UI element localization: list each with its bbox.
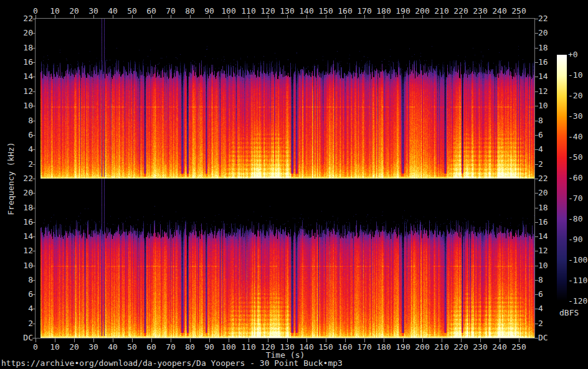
freq-tick-label-left: DC <box>23 334 33 342</box>
time-tick-label-top: 60 <box>146 7 156 15</box>
freq-tick-label-left: 12 <box>23 87 33 95</box>
freq-tick-label-right: 18 <box>538 44 548 52</box>
freq-tick-label-right: 12 <box>538 246 548 255</box>
freq-tick-label-left: 20 <box>23 189 33 197</box>
time-tick-label-bottom: 200 <box>415 343 429 351</box>
freq-tick-label-left: 2 <box>28 319 33 327</box>
colorbar-tick-label: -70 <box>568 194 582 202</box>
time-tick-label-top: 100 <box>221 7 235 15</box>
freq-tick-label-left: 18 <box>23 44 33 52</box>
time-tick-label-top: 30 <box>88 7 98 15</box>
freq-tick-label-right: 20 <box>538 189 548 197</box>
time-tick-label-bottom: 90 <box>204 343 214 351</box>
freq-tick-label-right: 16 <box>538 218 548 226</box>
time-tick-label-top: 190 <box>396 7 410 15</box>
time-tick-label-top: 180 <box>376 7 391 15</box>
spectrogram-channel-1-canvas <box>36 19 534 179</box>
freq-tick-label-left: 14 <box>23 232 33 240</box>
freq-tick-label-right: DC <box>538 334 548 342</box>
freq-tick-label-left: 14 <box>23 72 33 80</box>
time-tick-label-bottom: 0 <box>33 343 38 351</box>
freq-tick-label-right: 8 <box>538 276 543 284</box>
freq-tick-label-left: 4 <box>28 145 33 153</box>
time-tick-label-top: 120 <box>260 7 275 15</box>
colorbar-title: dBFS <box>559 309 579 317</box>
freq-tick-label-right: 18 <box>538 203 548 212</box>
freq-tick-label-right: 8 <box>538 116 543 124</box>
time-tick-label-bottom: 40 <box>108 343 118 351</box>
time-tick-label-top: 70 <box>166 7 176 15</box>
freq-tick-label-left: 12 <box>23 246 33 255</box>
colorbar-tick-label: -30 <box>568 112 582 120</box>
time-tick-label-top: 140 <box>299 7 313 15</box>
time-tick-label-top: 210 <box>434 7 448 15</box>
freq-tick-label-right: 14 <box>538 72 548 80</box>
time-tick-label-top: 130 <box>280 7 294 15</box>
time-tick-label-bottom: 70 <box>166 343 176 351</box>
time-tick-label-bottom: 230 <box>473 343 487 351</box>
time-tick-label-top: 200 <box>415 7 429 15</box>
time-tick-label-bottom: 250 <box>511 343 526 351</box>
freq-tick-label-left: 6 <box>28 290 33 298</box>
time-tick-label-bottom: 160 <box>338 343 352 351</box>
time-tick-label-top: 160 <box>338 7 352 15</box>
time-tick-label-bottom: 10 <box>50 343 60 351</box>
colorbar-tick-label: -90 <box>568 235 582 243</box>
colorbar-tick-label: -120 <box>568 297 587 305</box>
time-tick-label-bottom: 170 <box>357 343 371 351</box>
time-tick-label-top: 20 <box>69 7 79 15</box>
time-tick-label-top: 0 <box>33 7 38 15</box>
freq-tick-label-right: 14 <box>538 232 548 240</box>
colorbar-tick-label: -80 <box>568 215 582 223</box>
source-url-caption: https://archive•org/download/da-yoopers/… <box>1 359 343 367</box>
freq-tick-label-right: 12 <box>538 87 548 95</box>
freq-tick-label-left: 16 <box>23 218 33 226</box>
colorbar-gradient <box>557 55 567 301</box>
freq-tick-label-right: 22 <box>538 174 548 182</box>
freq-tick-label-left: 4 <box>28 304 33 312</box>
freq-tick-label-right: 6 <box>538 131 543 139</box>
time-tick-label-top: 50 <box>127 7 137 15</box>
colorbar-tick-label: -20 <box>568 91 582 100</box>
time-tick-label-top: 170 <box>357 7 371 15</box>
freq-tick-label-right: 4 <box>538 304 543 312</box>
colorbar-tick-label: -110 <box>568 276 587 284</box>
freq-tick-label-left: 6 <box>28 131 33 139</box>
freq-tick-label-left: 22 <box>23 174 33 182</box>
freq-tick-label-left: 22 <box>23 14 33 22</box>
colorbar-tick-label: -40 <box>568 133 582 141</box>
freq-tick-label-right: 16 <box>538 58 548 66</box>
freq-tick-label-right: 10 <box>538 261 548 269</box>
time-tick-label-bottom: 100 <box>221 343 235 351</box>
time-tick-label-top: 110 <box>241 7 255 15</box>
time-tick-label-top: 90 <box>204 7 214 15</box>
sox-spectrogram-figure: Frequency (kHz) Time (s) dBFS https://ar… <box>0 0 588 369</box>
freq-tick-label-left: 10 <box>23 101 33 110</box>
time-tick-label-top: 40 <box>108 7 118 15</box>
colorbar-tick-label: -60 <box>568 174 582 182</box>
time-tick-label-bottom: 210 <box>434 343 448 351</box>
colorbar-tick-label: +0 <box>568 50 578 58</box>
freq-tick-label-right: 2 <box>538 160 543 168</box>
colorbar-tick-label: -100 <box>568 256 587 264</box>
time-tick-label-bottom: 30 <box>88 343 98 351</box>
time-tick-label-bottom: 20 <box>69 343 79 351</box>
time-tick-label-bottom: 220 <box>453 343 468 351</box>
freq-tick-label-left: 8 <box>28 116 33 124</box>
colorbar-tick-label: -10 <box>568 71 582 79</box>
time-tick-label-top: 10 <box>50 7 60 15</box>
time-tick-label-bottom: 240 <box>492 343 506 351</box>
time-tick-label-bottom: 60 <box>146 343 156 351</box>
time-tick-label-bottom: 190 <box>396 343 410 351</box>
freq-tick-label-left: 10 <box>23 261 33 269</box>
time-tick-label-bottom: 110 <box>241 343 255 351</box>
freq-tick-label-right: 4 <box>538 145 543 153</box>
spectrogram-channel-2-canvas <box>36 179 534 338</box>
time-tick-label-bottom: 130 <box>280 343 294 351</box>
time-tick-label-top: 150 <box>318 7 333 15</box>
freq-tick-label-right: 2 <box>538 319 543 327</box>
freq-tick-label-right: 10 <box>538 101 548 110</box>
colorbar-tick-label: -50 <box>568 153 582 161</box>
time-tick-label-top: 220 <box>453 7 468 15</box>
freq-tick-label-right: 20 <box>538 29 548 37</box>
